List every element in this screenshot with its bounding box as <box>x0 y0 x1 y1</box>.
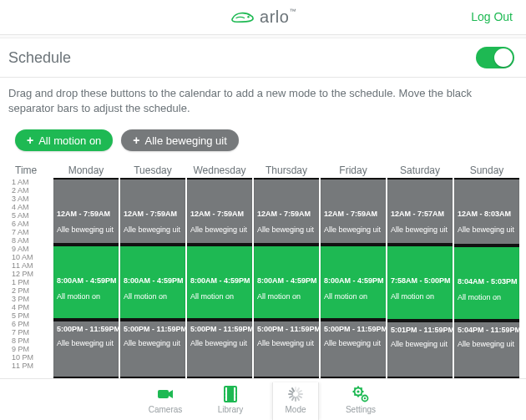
block-mode-name: All motion on <box>124 292 182 301</box>
mode-pill-all-motion-on[interactable]: + All motion on <box>15 129 113 151</box>
separator-bar[interactable] <box>454 321 519 322</box>
separator-bar[interactable] <box>254 320 319 321</box>
block-mode-name: Alle beweging uit <box>124 225 182 234</box>
time-label: 4 AM <box>12 203 52 211</box>
schedule-block[interactable]: 12AM - 7:59AMAlle beweging uit <box>53 178 119 245</box>
separator-bar[interactable] <box>254 178 319 180</box>
nav-library[interactable]: Library <box>207 382 254 420</box>
day-column[interactable]: 12AM - 7:59AMAlle beweging uit8:00AM - 4… <box>321 178 386 378</box>
schedule-block[interactable]: 5:01PM - 11:59PMAlle beweging uit <box>387 321 453 379</box>
separator-bar[interactable] <box>387 178 453 180</box>
block-time: 7:58AM - 5:00PM <box>391 276 449 285</box>
schedule-block[interactable]: 5:00PM - 11:59PMAlle beweging uit <box>321 320 386 378</box>
day-column[interactable]: 12AM - 7:59AMAlle beweging uit8:00AM - 4… <box>53 178 119 378</box>
day-column[interactable]: 12AM - 7:59AMAlle beweging uit8:00AM - 4… <box>187 178 252 378</box>
time-label: 6 PM <box>12 320 52 328</box>
separator-bar[interactable] <box>321 178 386 180</box>
separator-bar[interactable] <box>387 245 453 246</box>
separator-bar[interactable] <box>120 178 185 180</box>
day-column[interactable]: 12AM - 7:59AMAlle beweging uit8:00AM - 4… <box>120 178 185 378</box>
schedule-block[interactable]: 12AM - 7:57AMAlle beweging uit <box>387 178 453 245</box>
time-label: 1 AM <box>12 178 52 186</box>
separator-bar[interactable] <box>321 320 386 321</box>
day-column[interactable]: 12AM - 8:03AMAlle beweging uit8:04AM - 5… <box>454 178 519 378</box>
block-time: 8:04AM - 5:03PM <box>458 277 516 286</box>
schedule-block[interactable]: 5:00PM - 11:59PMAlle beweging uit <box>120 320 185 378</box>
block-time: 5:00PM - 11:59PM <box>190 325 249 333</box>
mode-pill-alle-beweging-uit[interactable]: + Alle beweging uit <box>121 129 238 151</box>
schedule-description: Drag and drop these buttons to the calen… <box>0 78 526 126</box>
schedule-block[interactable]: 8:00AM - 4:59PMAll motion on <box>120 245 185 320</box>
day-header-row: Time Monday Tuesday Wednesday Thursday F… <box>12 163 519 178</box>
block-time: 5:04PM - 11:59PM <box>458 326 516 334</box>
separator-bar[interactable] <box>321 245 386 246</box>
separator-bar[interactable] <box>454 245 519 247</box>
schedule-block[interactable]: 7:58AM - 5:00PMAll motion on <box>387 245 453 321</box>
schedule-block[interactable]: 8:00AM - 4:59PMAll motion on <box>53 245 119 320</box>
schedule-block[interactable]: 12AM - 7:59AMAlle beweging uit <box>120 178 185 245</box>
separator-bar[interactable] <box>53 245 119 246</box>
brand-logo: arlo™ <box>230 8 296 27</box>
mode-pill-label: All motion on <box>38 134 101 147</box>
time-label: 11 PM <box>12 362 52 370</box>
schedule-block[interactable]: 12AM - 8:03AMAlle beweging uit <box>454 178 519 245</box>
time-label: 2 PM <box>12 286 52 295</box>
block-time: 8:00AM - 4:59PM <box>124 276 182 285</box>
svg-point-6 <box>225 395 227 397</box>
separator-bar[interactable] <box>454 178 519 180</box>
logout-link[interactable]: Log Out <box>471 10 513 23</box>
mode-buttons-row: + All motion on + Alle beweging uit <box>0 126 526 163</box>
nav-cameras[interactable]: Cameras <box>142 382 189 420</box>
separator-bar[interactable] <box>120 245 185 246</box>
separator-bar[interactable] <box>120 320 185 321</box>
schedule-block[interactable]: 5:00PM - 11:59PMAlle beweging uit <box>187 320 252 378</box>
block-time: 8:00AM - 4:59PM <box>57 276 115 285</box>
block-time: 5:00PM - 11:59PM <box>57 325 115 333</box>
day-header: Friday <box>321 164 386 176</box>
schedule-block[interactable]: 12AM - 7:59AMAlle beweging uit <box>321 178 386 245</box>
separator-bar[interactable] <box>187 245 252 246</box>
block-mode-name: Alle beweging uit <box>257 225 316 234</box>
schedule-block[interactable]: 8:00AM - 4:59PMAll motion on <box>321 245 386 320</box>
svg-point-23 <box>364 397 366 399</box>
day-column[interactable]: 12AM - 7:57AMAlle beweging uit7:58AM - 5… <box>387 178 453 378</box>
block-time: 5:00PM - 11:59PM <box>257 325 316 333</box>
time-label: 5 PM <box>12 311 52 320</box>
schedule-toggle[interactable] <box>476 47 514 68</box>
loading-spinner-icon <box>286 384 306 404</box>
schedule-block[interactable]: 5:00PM - 11:59PMAlle beweging uit <box>254 320 319 378</box>
schedule-block[interactable]: 8:04AM - 5:03PMAll motion on <box>454 245 519 321</box>
svg-rect-3 <box>227 387 234 402</box>
schedule-block[interactable]: 5:04PM - 11:59PMAlle beweging uit <box>454 321 519 378</box>
mode-pill-label: Alle beweging uit <box>145 134 227 147</box>
day-column[interactable]: 12AM - 7:59AMAlle beweging uit8:00AM - 4… <box>254 178 319 378</box>
svg-point-4 <box>225 388 227 390</box>
separator-bar[interactable] <box>187 320 252 321</box>
nav-settings[interactable]: Settings <box>337 382 384 420</box>
separator-bar[interactable] <box>53 178 119 180</box>
schedule-block[interactable]: 12AM - 7:59AMAlle beweging uit <box>187 178 252 245</box>
block-mode-name: Alle beweging uit <box>57 339 115 347</box>
gear-icon <box>351 384 371 404</box>
block-time: 12AM - 7:59AM <box>57 210 115 218</box>
block-time: 12AM - 7:59AM <box>124 210 182 218</box>
nav-label: Settings <box>346 405 376 414</box>
separator-bar[interactable] <box>53 320 119 321</box>
top-bar: arlo™ Log Out <box>0 0 526 35</box>
nav-mode[interactable]: Mode <box>272 382 319 420</box>
camera-icon <box>155 384 175 404</box>
separator-bar[interactable] <box>187 178 252 180</box>
schedule-grid[interactable]: 1 AM2 AM3 AM4 AM5 AM6 AM7 AM8 AM9 AM10 A… <box>12 178 519 378</box>
separator-bar[interactable] <box>387 321 453 322</box>
schedule-block[interactable]: 5:00PM - 11:59PMAlle beweging uit <box>53 320 119 378</box>
schedule-block[interactable]: 8:00AM - 4:59PMAll motion on <box>187 245 252 320</box>
block-time: 12AM - 7:59AM <box>190 210 249 218</box>
block-mode-name: Alle beweging uit <box>124 339 182 347</box>
separator-bar[interactable] <box>254 245 319 246</box>
block-time: 12AM - 7:59AM <box>324 210 382 218</box>
schedule-block[interactable]: 12AM - 7:59AMAlle beweging uit <box>254 178 319 245</box>
block-time: 8:00AM - 4:59PM <box>190 276 249 285</box>
schedule-block[interactable]: 8:00AM - 4:59PMAll motion on <box>254 245 319 320</box>
time-label: 7 PM <box>12 328 52 337</box>
time-label: 3 PM <box>12 295 52 303</box>
